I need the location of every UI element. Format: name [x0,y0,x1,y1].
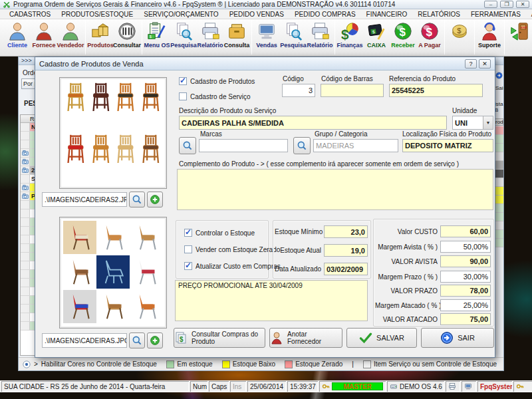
coin-green-icon: $ [393,21,413,41]
chair-photo [130,221,163,254]
moeda-button[interactable]: $ [446,19,473,56]
codigo-label: Código [283,75,304,82]
column-header-fragment: rodu [495,118,503,126]
descricao-field[interactable]: CADEIRAS PALHA S/MEDIDA [179,116,447,130]
toggle-radio-icon[interactable] [23,360,31,368]
minimize-button[interactable]: – [484,1,497,8]
menu-item-financeiro[interactable]: FINANCEIRO [361,11,413,18]
image1-add-button[interactable] [147,192,163,207]
pesquisa-os-button[interactable]: Pesquisa [170,19,197,56]
menu-item-pedido-compras[interactable]: PEDIDO COMPRAS [289,11,361,18]
relatorio-vendas-button[interactable]: Relatório [307,19,333,56]
menu-item-cadastros[interactable]: CADASTROS [4,11,56,18]
caixa-button[interactable]: $CAIXA [363,19,390,56]
produtos-button[interactable]: Produtos [87,19,114,56]
sair-button[interactable]: SAIR [421,328,494,348]
image1-path-field[interactable]: .\IMAGENS\CADEIRAS2.JPG [42,192,127,207]
image1-browse-button[interactable] [129,192,145,207]
toolbar-group: VendasPesquisaRelatório [253,19,333,56]
margem-prazo-field[interactable]: 30,00% [440,271,491,283]
salvar-button[interactable]: SALVAR [346,328,417,348]
checkbox-box[interactable] [184,229,192,237]
menu-item-servi-o-or-amento[interactable]: SERVIÇO/ORÇAMENTO [138,11,223,18]
marcas-search-button[interactable] [179,137,196,154]
data-atualizado-field[interactable]: 03/02/2009 [324,263,368,275]
toolbar-label: Consultar [113,42,141,49]
dialog-close-button[interactable]: ✕ [479,59,491,68]
svg-text:$: $ [180,336,184,343]
checkbox-label: Cadastro de Produtos [190,78,255,85]
estoque-atual-field[interactable]: 19,0 [324,244,368,257]
cadastro-produtos-checkbox[interactable]: Cadastro de Produtos [179,77,255,85]
menu-item-relat-rios[interactable]: RELATÓRIOS [412,11,466,18]
codigo-barras-field[interactable] [321,84,384,97]
plus-icon [150,335,160,346]
finance-icon: $ [340,21,360,41]
status-text: SUA CIDADE - RS 25 de Junho de 2014 - Qu… [4,383,165,390]
table-cell [495,170,503,178]
checkbox-box[interactable] [184,262,192,270]
referencia-field[interactable]: 25545225 [389,84,483,97]
toolbar-label: Vendas [256,42,277,49]
cliente-button[interactable]: Cliente [4,19,31,56]
checkbox-box[interactable] [179,92,187,100]
legend-toggle-label[interactable]: Habilitar Cores no Controle de Estoque [41,360,157,368]
a-pagar-button[interactable]: $A Pagar [416,19,443,56]
unidade-dropdown[interactable]: UNI ▼ [452,116,493,130]
cadastro-servico-checkbox[interactable]: Cadastro de Serviço [179,92,251,100]
consultar-button[interactable]: Consultar [114,19,140,56]
table-cell [495,178,503,187]
atualizar-custo-checkbox[interactable]: Atualizar Custo em Compras [184,262,281,270]
camera-icon-cell [21,209,30,217]
pesquisa-vendas-button[interactable]: Pesquisa [280,19,307,56]
vendedor-button[interactable]: Vendedor [57,19,84,56]
margem-avista-field[interactable]: 50,00% [440,241,491,253]
vendas-button[interactable]: Vendas [253,19,280,56]
status-panel-date: 25/06/2014 [247,381,286,392]
referencia-label: Referencia do Produto [389,75,456,82]
menu-item-produtos-estoque[interactable]: PRODUTOS/ESTOQUE [56,11,138,18]
menu-item-ajuda[interactable]: AJUDA [526,11,532,18]
valor-avista-field[interactable]: 90,00 [440,255,491,267]
menu-item-ferramentas[interactable]: FERRAMENTAS [466,11,526,18]
valor-custo-field[interactable]: 60,00 [440,225,491,237]
relatorio-os-button[interactable]: Relatório [197,19,223,56]
consulta-button[interactable]: Consulta [223,19,250,56]
valor-prazo-field[interactable]: 78,00 [440,285,491,297]
menu-os-button[interactable]: $Menu OS [144,19,170,56]
estoque-minimo-field[interactable]: 23,0 [324,225,368,238]
fornecedor-button[interactable]: Fornece [31,19,57,56]
suporte-button[interactable]: Suporte [476,19,503,56]
valor-atacado-field[interactable]: 75,00 [440,313,491,325]
legend-item: Estoque Zerado [285,360,342,368]
menu-item-pedido-vendas[interactable]: PEDIDO VENDAS [224,11,289,18]
sair-sistema-button[interactable]: EXIT [506,19,532,56]
consultar-compras-button[interactable]: $ Consultar Compras do Produto [174,328,265,348]
financas-button[interactable]: $Finanças [336,19,363,56]
sair-arrow-icon[interactable] [495,72,503,79]
promo-textarea[interactable]: PREÇO PROMOCIONAL ATE 30/04/2009 [175,280,368,321]
checkbox-box[interactable] [184,245,192,253]
vender-zerado-checkbox[interactable]: Vender com Estoque Zerado [184,245,280,253]
image2-browse-button[interactable] [129,332,145,348]
printer-icon [310,21,330,41]
grupo-field[interactable]: MADEIRAS [313,139,398,152]
close-button[interactable]: ✕ [516,1,529,8]
chevron-down-icon[interactable]: ▼ [483,116,493,129]
toolbar-label: Cliente [7,42,27,49]
anotar-fornecedor-button[interactable]: Anotar Fornecedor [269,328,342,348]
complemento-textarea[interactable] [177,169,493,210]
marcas-field[interactable] [199,139,288,152]
codigo-field[interactable]: 3 [282,84,315,97]
dialog-help-button[interactable]: ? [465,59,477,68]
image2-add-button[interactable] [147,332,163,348]
controlar-estoque-checkbox[interactable]: Controlar o Estoque [184,229,255,237]
chair-photo [63,81,88,114]
localizacao-field[interactable]: DEPOSITO MATRIZ [402,139,493,152]
checkbox-box[interactable] [179,77,187,85]
restore-button[interactable]: ❐ [500,1,513,8]
image2-path-field[interactable]: .\IMAGENS\CADEIRAS.JPG [42,333,127,348]
margem-atacado-field[interactable]: 25,00% [440,299,491,311]
receber-button[interactable]: $Receber [390,19,416,56]
grupo-search-button[interactable] [293,137,311,154]
